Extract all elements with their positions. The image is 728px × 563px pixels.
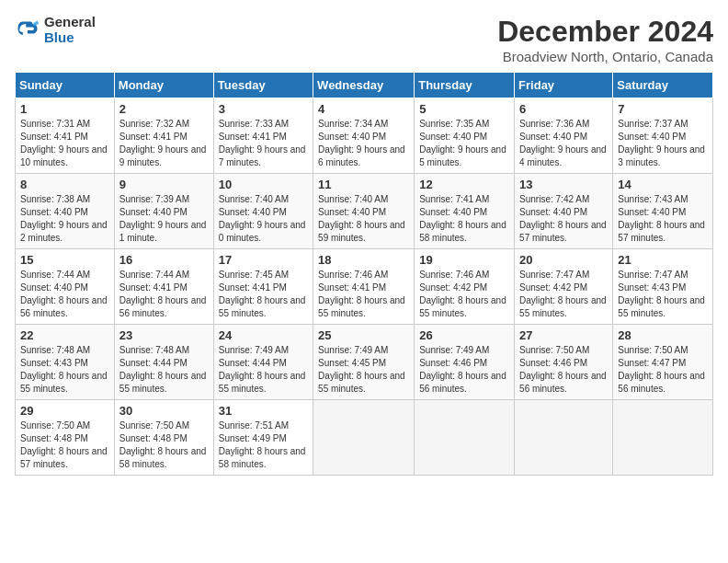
calendar-cell (613, 400, 713, 476)
day-info: Sunrise: 7:48 AM Sunset: 4:44 PM Dayligh… (119, 344, 209, 396)
day-number: 20 (519, 253, 608, 267)
day-info: Sunrise: 7:48 AM Sunset: 4:43 PM Dayligh… (20, 344, 109, 396)
day-number: 17 (219, 253, 308, 267)
logo-blue-text: Blue (44, 30, 96, 46)
day-info: Sunrise: 7:47 AM Sunset: 4:42 PM Dayligh… (519, 269, 608, 320)
day-number: 31 (219, 404, 308, 418)
month-title: December 2024 (497, 15, 713, 49)
day-number: 8 (20, 178, 109, 191)
calendar-cell: 15Sunrise: 7:44 AM Sunset: 4:40 PM Dayli… (16, 249, 115, 325)
day-info: Sunrise: 7:49 AM Sunset: 4:45 PM Dayligh… (318, 344, 409, 396)
calendar-cell: 5Sunrise: 7:35 AM Sunset: 4:40 PM Daylig… (415, 98, 515, 174)
day-info: Sunrise: 7:38 AM Sunset: 4:40 PM Dayligh… (20, 193, 109, 245)
calendar-cell: 1Sunrise: 7:31 AM Sunset: 4:41 PM Daylig… (16, 98, 115, 174)
column-header-friday: Friday (515, 73, 613, 98)
calendar-cell: 13Sunrise: 7:42 AM Sunset: 4:40 PM Dayli… (515, 174, 613, 249)
week-row-1: 1Sunrise: 7:31 AM Sunset: 4:41 PM Daylig… (16, 98, 713, 174)
day-number: 10 (219, 178, 308, 191)
day-number: 9 (119, 178, 209, 191)
day-info: Sunrise: 7:42 AM Sunset: 4:40 PM Dayligh… (519, 193, 608, 245)
calendar-cell: 22Sunrise: 7:48 AM Sunset: 4:43 PM Dayli… (16, 325, 115, 400)
calendar-cell: 27Sunrise: 7:50 AM Sunset: 4:46 PM Dayli… (515, 325, 613, 400)
column-header-wednesday: Wednesday (313, 73, 415, 98)
day-number: 14 (618, 178, 708, 191)
calendar-cell: 6Sunrise: 7:36 AM Sunset: 4:40 PM Daylig… (515, 98, 613, 174)
calendar-cell: 26Sunrise: 7:49 AM Sunset: 4:46 PM Dayli… (415, 325, 515, 400)
day-number: 4 (318, 102, 409, 116)
day-info: Sunrise: 7:33 AM Sunset: 4:41 PM Dayligh… (219, 118, 308, 169)
calendar-cell: 20Sunrise: 7:47 AM Sunset: 4:42 PM Dayli… (515, 249, 613, 325)
calendar-cell: 14Sunrise: 7:43 AM Sunset: 4:40 PM Dayli… (613, 174, 713, 249)
day-number: 28 (618, 328, 708, 342)
calendar-cell (415, 400, 515, 476)
day-info: Sunrise: 7:36 AM Sunset: 4:40 PM Dayligh… (519, 118, 608, 169)
title-area: December 2024 Broadview North, Ontario, … (497, 15, 713, 64)
week-row-4: 22Sunrise: 7:48 AM Sunset: 4:43 PM Dayli… (16, 325, 713, 400)
day-info: Sunrise: 7:40 AM Sunset: 4:40 PM Dayligh… (318, 193, 409, 245)
week-row-5: 29Sunrise: 7:50 AM Sunset: 4:48 PM Dayli… (16, 400, 713, 476)
calendar-cell: 10Sunrise: 7:40 AM Sunset: 4:40 PM Dayli… (213, 174, 313, 249)
day-info: Sunrise: 7:46 AM Sunset: 4:41 PM Dayligh… (318, 269, 409, 320)
day-number: 25 (318, 328, 409, 342)
day-number: 16 (119, 253, 209, 267)
day-info: Sunrise: 7:35 AM Sunset: 4:40 PM Dayligh… (419, 118, 509, 169)
calendar-cell: 21Sunrise: 7:47 AM Sunset: 4:43 PM Dayli… (613, 249, 713, 325)
day-number: 21 (618, 253, 708, 267)
header: General Blue December 2024 Broadview Nor… (15, 15, 713, 64)
calendar-body: 1Sunrise: 7:31 AM Sunset: 4:41 PM Daylig… (16, 98, 713, 476)
day-number: 11 (318, 178, 409, 191)
calendar-cell: 4Sunrise: 7:34 AM Sunset: 4:40 PM Daylig… (313, 98, 415, 174)
day-info: Sunrise: 7:51 AM Sunset: 4:49 PM Dayligh… (219, 419, 308, 471)
day-info: Sunrise: 7:44 AM Sunset: 4:41 PM Dayligh… (119, 269, 209, 320)
calendar-cell: 8Sunrise: 7:38 AM Sunset: 4:40 PM Daylig… (16, 174, 115, 249)
column-header-tuesday: Tuesday (213, 73, 313, 98)
day-number: 23 (119, 328, 209, 342)
day-number: 30 (119, 404, 209, 418)
column-header-thursday: Thursday (415, 73, 515, 98)
calendar-cell (515, 400, 613, 476)
day-info: Sunrise: 7:43 AM Sunset: 4:40 PM Dayligh… (618, 193, 708, 245)
calendar-cell: 29Sunrise: 7:50 AM Sunset: 4:48 PM Dayli… (16, 400, 115, 476)
day-info: Sunrise: 7:32 AM Sunset: 4:41 PM Dayligh… (119, 118, 209, 169)
day-number: 15 (20, 253, 109, 267)
day-info: Sunrise: 7:37 AM Sunset: 4:40 PM Dayligh… (618, 118, 708, 169)
logo-text: General Blue (44, 15, 96, 45)
calendar-header-row: SundayMondayTuesdayWednesdayThursdayFrid… (16, 73, 713, 98)
calendar-cell: 25Sunrise: 7:49 AM Sunset: 4:45 PM Dayli… (313, 325, 415, 400)
calendar-cell: 19Sunrise: 7:46 AM Sunset: 4:42 PM Dayli… (415, 249, 515, 325)
column-header-sunday: Sunday (16, 73, 115, 98)
day-number: 18 (318, 253, 409, 267)
day-info: Sunrise: 7:49 AM Sunset: 4:46 PM Dayligh… (419, 344, 509, 396)
day-number: 3 (219, 102, 308, 116)
day-info: Sunrise: 7:50 AM Sunset: 4:46 PM Dayligh… (519, 344, 608, 396)
logo-general-text: General (44, 15, 96, 30)
day-number: 26 (419, 328, 509, 342)
day-number: 6 (519, 102, 608, 116)
calendar-cell: 7Sunrise: 7:37 AM Sunset: 4:40 PM Daylig… (613, 98, 713, 174)
day-info: Sunrise: 7:50 AM Sunset: 4:48 PM Dayligh… (119, 419, 209, 471)
column-header-monday: Monday (114, 73, 213, 98)
calendar-cell: 17Sunrise: 7:45 AM Sunset: 4:41 PM Dayli… (213, 249, 313, 325)
day-number: 5 (419, 102, 509, 116)
calendar-cell: 30Sunrise: 7:50 AM Sunset: 4:48 PM Dayli… (114, 400, 213, 476)
day-number: 29 (20, 404, 109, 418)
calendar-cell: 24Sunrise: 7:49 AM Sunset: 4:44 PM Dayli… (213, 325, 313, 400)
calendar-cell: 12Sunrise: 7:41 AM Sunset: 4:40 PM Dayli… (415, 174, 515, 249)
day-number: 22 (20, 328, 109, 342)
calendar-cell: 18Sunrise: 7:46 AM Sunset: 4:41 PM Dayli… (313, 249, 415, 325)
location-title: Broadview North, Ontario, Canada (497, 49, 713, 64)
day-number: 24 (219, 328, 308, 342)
calendar-cell: 3Sunrise: 7:33 AM Sunset: 4:41 PM Daylig… (213, 98, 313, 174)
calendar-cell: 31Sunrise: 7:51 AM Sunset: 4:49 PM Dayli… (213, 400, 313, 476)
day-number: 1 (20, 102, 109, 116)
day-info: Sunrise: 7:45 AM Sunset: 4:41 PM Dayligh… (219, 269, 308, 320)
day-info: Sunrise: 7:50 AM Sunset: 4:48 PM Dayligh… (20, 419, 109, 471)
day-info: Sunrise: 7:44 AM Sunset: 4:40 PM Dayligh… (20, 269, 109, 320)
calendar-cell: 23Sunrise: 7:48 AM Sunset: 4:44 PM Dayli… (114, 325, 213, 400)
day-info: Sunrise: 7:31 AM Sunset: 4:41 PM Dayligh… (20, 118, 109, 169)
calendar-cell: 9Sunrise: 7:39 AM Sunset: 4:40 PM Daylig… (114, 174, 213, 249)
day-number: 7 (618, 102, 708, 116)
column-header-saturday: Saturday (613, 73, 713, 98)
day-info: Sunrise: 7:39 AM Sunset: 4:40 PM Dayligh… (119, 193, 209, 245)
logo: General Blue (15, 15, 96, 45)
